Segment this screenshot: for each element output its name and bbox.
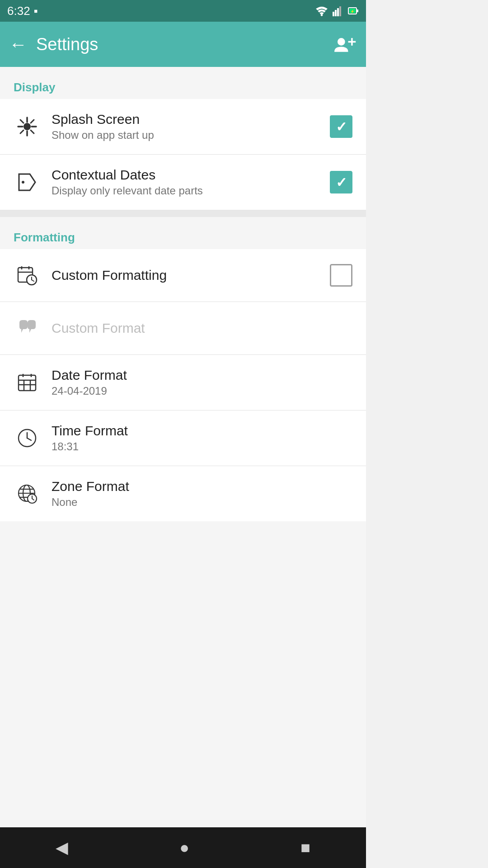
wifi-icon — [315, 5, 328, 16]
formatting-section-header: Formatting — [0, 217, 366, 249]
svg-rect-1 — [333, 12, 334, 16]
section-display: Display Splash Screen — [0, 67, 366, 210]
date-format-title: Date Format — [52, 368, 352, 383]
quote-icon — [14, 315, 41, 342]
recent-nav-button[interactable]: ■ — [300, 838, 310, 857]
date-format-subtitle: 24-04-2019 — [52, 385, 352, 397]
custom-formatting-text: Custom Formatting — [52, 268, 330, 283]
section-divider — [0, 210, 366, 217]
time-format-item[interactable]: Time Format 18:31 — [0, 410, 366, 466]
contextual-dates-item[interactable]: Contextual Dates Display only relevant d… — [0, 155, 366, 210]
status-bar-left: 6:32 ▪ — [7, 4, 38, 18]
svg-point-12 — [23, 123, 31, 130]
contextual-dates-text: Contextual Dates Display only relevant d… — [52, 167, 330, 197]
custom-formatting-checkbox[interactable] — [330, 264, 352, 287]
time-format-subtitle: 18:31 — [52, 440, 352, 453]
back-nav-button[interactable]: ◀ — [56, 838, 68, 857]
zone-format-title: Zone Format — [52, 479, 352, 494]
date-format-item[interactable]: Date Format 24-04-2019 — [0, 355, 366, 410]
back-button[interactable]: ← — [9, 34, 27, 55]
zone-format-text: Zone Format None — [52, 479, 352, 509]
svg-rect-3 — [337, 8, 339, 16]
status-bar-right: ⚡ — [315, 5, 359, 16]
clock-icon — [14, 425, 41, 452]
signal-icon — [333, 5, 343, 16]
svg-line-20 — [20, 130, 23, 133]
time-format-title: Time Format — [52, 423, 352, 439]
bottom-nav: ◀ ● ■ — [0, 827, 366, 868]
svg-rect-4 — [339, 6, 341, 16]
svg-line-19 — [31, 120, 34, 123]
contextual-dates-title: Contextual Dates — [52, 167, 330, 183]
battery-icon: ⚡ — [348, 5, 359, 16]
time-format-text: Time Format 18:31 — [52, 423, 352, 453]
zone-format-subtitle: None — [52, 496, 352, 509]
custom-format-item: Custom Format — [0, 302, 366, 355]
svg-point-9 — [338, 38, 345, 46]
tag-icon — [14, 169, 41, 196]
status-time: 6:32 — [7, 4, 30, 18]
zone-format-item[interactable]: Zone Format None — [0, 466, 366, 521]
svg-line-18 — [31, 130, 34, 133]
splash-screen-checkbox[interactable] — [330, 115, 352, 138]
sim-icon: ▪ — [34, 4, 38, 18]
home-nav-button[interactable]: ● — [179, 838, 189, 857]
splash-icon — [14, 113, 41, 140]
svg-rect-6 — [357, 9, 358, 12]
svg-rect-2 — [335, 10, 337, 16]
contextual-dates-subtitle: Display only relevant date parts — [52, 184, 330, 197]
globe-clock-icon — [14, 480, 41, 507]
svg-line-17 — [20, 120, 23, 123]
svg-text:⚡: ⚡ — [350, 9, 355, 14]
splash-screen-item[interactable]: Splash Screen Show on app start up — [0, 99, 366, 155]
svg-line-38 — [27, 438, 31, 440]
section-formatting: Formatting Custom Formatting — [0, 217, 366, 521]
app-bar: ← Settings — [0, 22, 366, 67]
contextual-dates-checkbox[interactable] — [330, 171, 352, 193]
splash-screen-title: Splash Screen — [52, 112, 330, 127]
add-group-icon[interactable] — [334, 35, 357, 53]
calendar-grid-icon — [14, 369, 41, 396]
display-section-header: Display — [0, 67, 366, 99]
custom-format-text: Custom Format — [52, 321, 352, 336]
splash-screen-text: Splash Screen Show on app start up — [52, 112, 330, 142]
date-format-text: Date Format 24-04-2019 — [52, 368, 352, 397]
svg-rect-29 — [19, 375, 36, 391]
status-bar: 6:32 ▪ ⚡ — [0, 0, 366, 22]
custom-format-title: Custom Format — [52, 321, 352, 336]
svg-point-0 — [321, 14, 323, 16]
calendar-clock-icon — [14, 262, 41, 289]
settings-content: Display Splash Screen — [0, 67, 366, 827]
custom-formatting-title: Custom Formatting — [52, 268, 330, 283]
splash-screen-subtitle: Show on app start up — [52, 129, 330, 142]
svg-point-21 — [22, 181, 24, 184]
custom-formatting-item[interactable]: Custom Formatting — [0, 249, 366, 302]
page-title: Settings — [36, 35, 334, 54]
